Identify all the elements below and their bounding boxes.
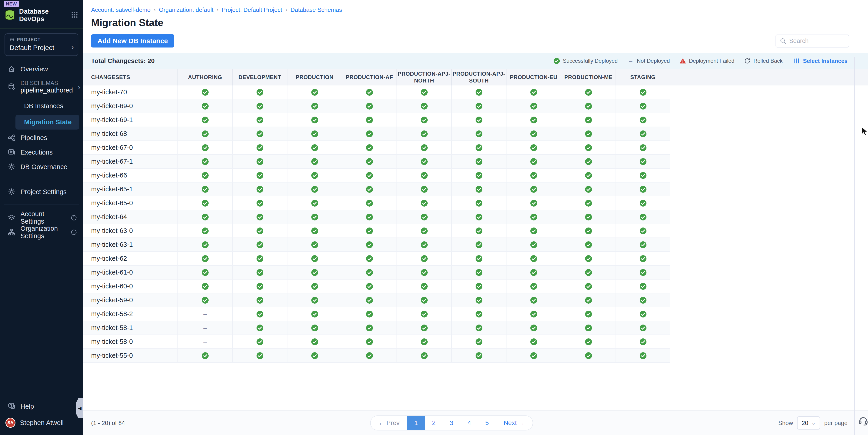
status-success-icon [530, 324, 538, 332]
sidebar-collapse-handle[interactable]: ◀ [76, 398, 83, 418]
project-switcher[interactable]: PROJECT Default Project › [4, 33, 79, 56]
status-success-icon [530, 116, 538, 124]
table-row[interactable]: my-ticket-55-0 [83, 349, 670, 363]
status-success-icon [366, 297, 373, 304]
status-success-icon [256, 255, 264, 262]
table-row[interactable]: my-ticket-65-0 [83, 196, 670, 210]
legend-item: –Not Deployed [627, 58, 670, 64]
status-cell [178, 224, 232, 238]
table-row[interactable]: my-ticket-69-0 [83, 99, 670, 113]
status-cell [616, 252, 670, 265]
status-cell [178, 168, 232, 182]
status-cell [232, 349, 287, 362]
changeset-name: my-ticket-58-0 [83, 335, 178, 348]
table-row[interactable]: my-ticket-70 [83, 86, 670, 99]
table-row[interactable]: my-ticket-63-1 [83, 238, 670, 252]
status-cell [616, 155, 670, 168]
status-success-icon [585, 269, 592, 276]
status-cell [342, 155, 397, 168]
status-cell [287, 321, 342, 335]
search-box[interactable] [776, 35, 849, 48]
status-cell [178, 252, 232, 265]
status-cell [561, 86, 616, 99]
table-row[interactable]: my-ticket-60-0 [83, 280, 670, 293]
status-success-icon [311, 116, 318, 124]
table-row[interactable]: my-ticket-69-1 [83, 113, 670, 127]
status-success-icon [530, 172, 538, 179]
apps-grid-icon[interactable] [71, 11, 78, 19]
status-success-icon [421, 102, 428, 110]
status-cell [287, 99, 342, 113]
sidebar-item-db-schemas[interactable]: DB SCHEMAS pipeline_authored › [0, 76, 83, 97]
status-success-icon [201, 144, 209, 152]
help-button[interactable]: Help [0, 399, 83, 414]
sidebar-item-organization-settings[interactable]: Organization Settings [0, 225, 83, 240]
table-row[interactable]: my-ticket-66 [83, 168, 670, 183]
table-row[interactable]: my-ticket-67-0 [83, 141, 670, 155]
status-success-icon [639, 116, 647, 124]
status-success-icon [311, 282, 318, 290]
sidebar-item-db-instances[interactable]: DB Instances [16, 99, 79, 114]
status-cell [397, 280, 451, 293]
search-input[interactable] [789, 37, 845, 44]
dash-icon: – [627, 58, 634, 64]
page-size-select[interactable]: 20 ⌄ [797, 416, 820, 430]
sidebar-item-pipelines[interactable]: Pipelines [0, 130, 83, 145]
breadcrumb-link[interactable]: Database Schemas [290, 6, 342, 13]
page-button-5[interactable]: 5 [478, 416, 496, 430]
next-page-button[interactable]: Next → [496, 416, 532, 430]
status-success-icon [530, 255, 538, 262]
add-db-instance-button[interactable]: Add New DB Instance [91, 34, 174, 48]
table-row[interactable]: my-ticket-64 [83, 210, 670, 224]
status-success-icon [256, 338, 264, 346]
table-row[interactable]: my-ticket-61-0 [83, 266, 670, 280]
sidebar-item-executions[interactable]: Executions [0, 145, 83, 160]
page-button-3[interactable]: 3 [443, 416, 460, 430]
page-button-4[interactable]: 4 [460, 416, 478, 430]
table-row[interactable]: my-ticket-58-0– [83, 335, 670, 349]
status-cell [451, 155, 506, 168]
status-success-icon [639, 199, 647, 207]
page-button-1[interactable]: 1 [407, 416, 425, 430]
table-row[interactable]: my-ticket-68 [83, 127, 670, 141]
table-row[interactable]: my-ticket-59-0 [83, 293, 670, 307]
breadcrumb-link[interactable]: Account: satwell-demo [91, 6, 151, 13]
status-success-icon [475, 199, 483, 207]
user-menu[interactable]: SA Stephen Atwell [0, 414, 83, 431]
breadcrumb-link[interactable]: Project: Default Project [222, 6, 282, 13]
table-row[interactable]: my-ticket-58-1– [83, 321, 670, 335]
table-row[interactable]: my-ticket-65-1 [83, 183, 670, 196]
status-cell [561, 113, 616, 127]
sidebar-item-label: Account Settings [21, 210, 66, 225]
prev-page-button[interactable]: ← Prev [371, 416, 407, 430]
status-cell: – [178, 307, 232, 321]
status-success-icon [475, 116, 483, 124]
breadcrumb-link[interactable]: Organization: default [159, 6, 213, 13]
columns-icon [794, 58, 800, 64]
table-row[interactable]: my-ticket-67-1 [83, 155, 670, 168]
table-row[interactable]: my-ticket-62 [83, 252, 670, 266]
table-row[interactable]: my-ticket-58-2– [83, 307, 670, 321]
status-success-icon [311, 185, 318, 193]
status-cell [287, 252, 342, 265]
sidebar-item-db-governance[interactable]: DB Governance [0, 160, 83, 174]
status-success-icon [311, 241, 318, 249]
info-icon[interactable] [71, 215, 77, 221]
select-instances-button[interactable]: Select Instances [794, 58, 847, 64]
status-cell [232, 238, 287, 251]
table-row[interactable]: my-ticket-63-0 [83, 224, 670, 238]
chevron-left-icon: ◀ [78, 405, 81, 411]
support-headset-icon[interactable] [858, 415, 868, 426]
sidebar-item-account-settings[interactable]: Account Settings [0, 211, 83, 225]
changeset-name: my-ticket-63-0 [83, 224, 178, 238]
status-none-icon: – [203, 338, 207, 345]
breadcrumb-separator: › [217, 6, 219, 13]
sidebar-item-overview[interactable]: Overview [0, 62, 83, 76]
total-changesets-label: Total Changesets: 20 [91, 57, 155, 65]
pipelines-icon [8, 134, 16, 142]
info-icon[interactable] [71, 229, 77, 236]
status-success-icon [475, 255, 483, 262]
sidebar-item-migration-state[interactable]: Migration State [16, 115, 79, 129]
sidebar-item-project-settings[interactable]: Project Settings [0, 185, 83, 199]
page-button-2[interactable]: 2 [425, 416, 443, 430]
